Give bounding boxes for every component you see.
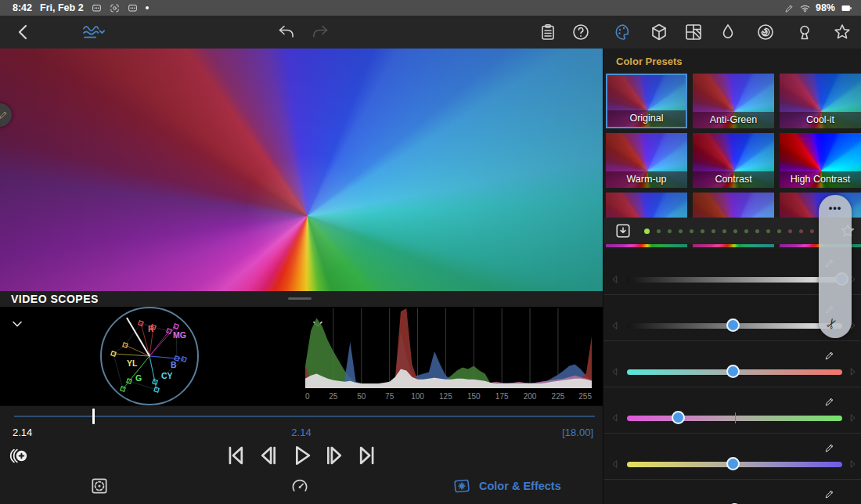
more-options-icon[interactable]: ••• [819,202,852,214]
step-forward-button[interactable] [321,442,348,469]
svg-text:255: 255 [578,392,592,401]
preset-page-dot-6[interactable] [711,229,715,233]
preset-page-dot-14[interactable] [799,229,803,233]
presets-panel-title: Color Presets [616,56,683,67]
preset-page-dot-7[interactable] [722,229,726,233]
color-effects-label: Color & Effects [479,480,561,492]
cube-icon[interactable] [650,23,668,41]
slider-track[interactable] [627,416,842,421]
battery-percent: 98% [816,2,835,13]
scopes-resize-handle[interactable] [288,297,312,300]
total-time: [18.00] [562,427,593,438]
preset-page-dot-9[interactable] [744,229,748,233]
scopes-toggle-icon[interactable] [81,23,106,41]
star-icon[interactable] [833,23,852,41]
svg-text:YL: YL [127,358,138,368]
increment-arrow-icon[interactable] [848,459,857,469]
undo-icon[interactable] [276,23,297,41]
decrement-arrow-icon[interactable] [611,413,620,423]
keyhole-icon[interactable] [795,23,814,41]
skip-to-end-button[interactable] [354,442,380,469]
slider-thumb[interactable] [726,365,740,378]
preset-high-contrast[interactable]: High Contrast [780,133,861,188]
svg-text:75: 75 [385,392,394,401]
clock: 8:42 [13,2,32,13]
slider-thumb[interactable] [672,411,685,424]
preset-page-dot-8[interactable] [733,229,737,233]
frame-position-button[interactable] [89,476,110,496]
speed-button[interactable] [290,476,310,496]
preset-label: Cool-it [780,112,861,128]
video-scopes-title: VIDEO SCOPES [0,293,99,305]
edit-value-icon[interactable] [824,396,835,407]
preset-cool-it[interactable]: Cool-it [780,74,861,128]
spiral-icon[interactable] [756,23,775,41]
preset-page-dot-11[interactable] [766,229,770,233]
vectorscope-collapse-icon[interactable] [9,316,25,332]
slider-track[interactable] [627,277,842,283]
color-effects-tab[interactable]: Color & Effects [452,477,561,495]
svg-text:225: 225 [552,392,565,401]
increment-arrow-icon[interactable] [848,413,857,423]
preset-page-dot-5[interactable] [701,229,704,233]
preset-warm-up[interactable]: Warm-up [606,133,687,188]
preset-page-dot-1[interactable] [657,229,661,233]
slider-track[interactable] [627,323,842,329]
slider-row-green [603,387,861,434]
svg-text:CY: CY [161,371,173,380]
svg-text:25: 25 [329,392,338,401]
wifi-icon [799,2,811,14]
preset-page-dot-3[interactable] [679,229,683,233]
palette-icon[interactable] [614,23,632,41]
scissors-icon[interactable]: ✂ [822,315,841,333]
decrement-arrow-icon[interactable] [611,321,620,330]
playhead[interactable] [92,409,95,424]
transport-controls [222,442,380,469]
preset-contrast[interactable]: Contrast [693,133,774,188]
add-keyframe-button[interactable] [8,445,29,466]
svg-text:R: R [148,324,154,333]
slider-thumb[interactable] [726,457,740,470]
preset-original[interactable]: Original [606,74,687,128]
droplet-icon[interactable] [719,23,737,41]
svg-text:0: 0 [305,392,310,401]
histogram: 0255075100125150175200225255 [302,308,595,402]
svg-text:B: B [171,360,177,369]
preset-page-dot-4[interactable] [690,229,693,233]
video-preview[interactable] [0,49,603,291]
svg-text:50: 50 [357,392,366,401]
decrement-arrow-icon[interactable] [611,275,620,284]
date: Fri, Feb 2 [40,2,84,13]
preset-page-dot-12[interactable] [777,229,781,233]
preset-anti-green[interactable]: Anti-Green [693,74,774,128]
floating-tool-handle[interactable]: ••• ✂ [819,195,852,338]
app-toolbar [0,16,861,49]
clipboard-icon[interactable] [539,23,557,41]
slider-track[interactable] [627,369,842,375]
step-back-button[interactable] [255,442,282,469]
edit-value-icon[interactable] [824,442,835,453]
preset-page-dot-15[interactable] [810,229,814,233]
video-scopes-panel: RMGBCYGYL 0255075100125150175200225255 [0,307,603,405]
back-icon[interactable] [14,23,33,41]
frames-icon[interactable] [684,23,703,41]
edit-value-icon[interactable] [824,350,835,361]
preset-label: Original [607,110,686,127]
preset-label: Anti-Green [693,112,774,128]
preset-page-dot-13[interactable] [788,229,792,233]
skip-to-start-button[interactable] [222,442,249,469]
timeline-scrubber[interactable] [14,416,595,417]
play-button[interactable] [288,442,315,469]
preset-page-dot-10[interactable] [755,229,759,233]
decrement-arrow-icon[interactable] [611,459,620,469]
preset-page-dot-0[interactable] [644,229,650,234]
preset-page-dot-2[interactable] [668,229,672,233]
redo-icon[interactable] [310,23,331,41]
download-preset-button[interactable] [614,222,632,239]
help-icon[interactable] [571,23,590,41]
slider-track[interactable] [627,462,842,467]
decrement-arrow-icon[interactable] [611,367,620,376]
edit-value-icon[interactable] [824,488,835,499]
slider-thumb[interactable] [726,319,740,332]
increment-arrow-icon[interactable] [848,367,857,376]
